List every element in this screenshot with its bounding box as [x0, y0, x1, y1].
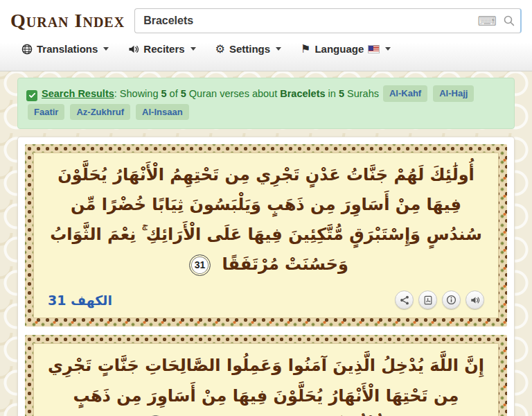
nav-settings[interactable]: ⚙ Settings — [215, 43, 282, 55]
verse-text: إِنَّ اللَّهَ يُدْخِلُ الَّذِينَ آمَنُوا… — [48, 356, 484, 416]
surah-verse-link[interactable]: الكهف 31 — [48, 293, 112, 308]
surah-badge-al-insaan[interactable]: Al-Insaan — [136, 104, 189, 121]
surah-badge-faatir[interactable]: Faatir — [28, 104, 64, 121]
nav-translations-label: Translations — [37, 43, 98, 55]
verse-number-badge: 31 — [189, 254, 211, 276]
banner-count-shown: 5 — [161, 88, 167, 99]
verse-cards-container: أُولَٰئِكَ لَهُمْ جَنَّاتُ عَدْنٍ تَجْرِ… — [17, 137, 515, 416]
gear-icon: ⚙ — [215, 44, 225, 55]
nav-translations[interactable]: Translations — [21, 43, 109, 55]
main-content: Search Results: Showing 5 of 5 Quran ver… — [0, 71, 532, 416]
banner-count-total: 5 — [181, 88, 186, 99]
nav-reciters[interactable]: Reciters — [128, 43, 195, 55]
banner-colon: : — [114, 88, 117, 99]
banner-text: Quran verses about — [189, 88, 277, 99]
keyboard-icon[interactable]: ⌨ — [478, 15, 497, 28]
verse-text: أُولَٰئِكَ لَهُمْ جَنَّاتُ عَدْنٍ تَجْرِ… — [50, 165, 482, 275]
info-icon[interactable] — [442, 291, 461, 309]
search-icon[interactable] — [504, 15, 515, 26]
chevron-down-icon — [276, 47, 281, 51]
verse-card-al-hajj-23: إِنَّ اللَّهَ يُدْخِلُ الَّذِينَ آمَنُوا… — [25, 335, 507, 416]
surah-badge-al-kahf[interactable]: Al-Kahf — [383, 85, 427, 102]
nav-settings-label: Settings — [229, 43, 270, 55]
search-input[interactable] — [134, 8, 522, 33]
main-nav: Translations Reciters ⚙ Settings ⚑ Langu… — [10, 35, 522, 55]
banner-search-term: Bracelets — [280, 88, 325, 99]
nav-reciters-label: Reciters — [143, 43, 184, 55]
search-results-link[interactable]: Search Results — [42, 88, 114, 99]
banner-surah-count: 5 — [339, 88, 344, 99]
search-bar: ⌨ — [134, 8, 522, 33]
share-icon[interactable] — [395, 291, 414, 309]
verse-arabic-text: أُولَٰئِكَ لَهُمْ جَنَّاتُ عَدْنٍ تَجْرِ… — [48, 160, 484, 280]
verse-arabic-text: إِنَّ اللَّهَ يُدْخِلُ الَّذِينَ آمَنُوا… — [48, 351, 484, 416]
checkbox-checked-icon — [26, 90, 37, 101]
nav-language-label: Language — [314, 43, 364, 55]
search-results-banner: Search Results: Showing 5 of 5 Quran ver… — [17, 78, 515, 129]
banner-text: Surahs — [347, 88, 379, 99]
chevron-down-icon — [190, 47, 196, 51]
us-flag-icon — [368, 45, 380, 53]
surah-badge-az-zukhruf[interactable]: Az-Zukhruf — [70, 104, 130, 121]
chevron-down-icon — [103, 47, 109, 51]
site-logo[interactable]: Quran Index — [10, 11, 125, 31]
audio-icon[interactable] — [466, 291, 484, 309]
nav-language[interactable]: ⚑ Language — [301, 43, 391, 55]
verse-actions — [395, 291, 484, 309]
banner-text: in — [328, 88, 336, 99]
surah-badge-al-hajj[interactable]: Al-Hajj — [433, 85, 474, 102]
globe-icon — [21, 44, 33, 55]
flag-icon: ⚑ — [301, 44, 310, 55]
speaker-icon — [128, 44, 139, 55]
banner-text: Showing — [120, 88, 159, 99]
verse-card-al-kahf-31: أُولَٰئِكَ لَهُمْ جَنَّاتُ عَدْنٍ تَجْرِ… — [25, 144, 507, 327]
pdf-icon[interactable] — [418, 291, 437, 309]
site-header: Quran Index ⌨ Translations Reciters — [0, 0, 532, 71]
banner-text: of — [170, 88, 178, 99]
chevron-down-icon — [385, 47, 391, 51]
